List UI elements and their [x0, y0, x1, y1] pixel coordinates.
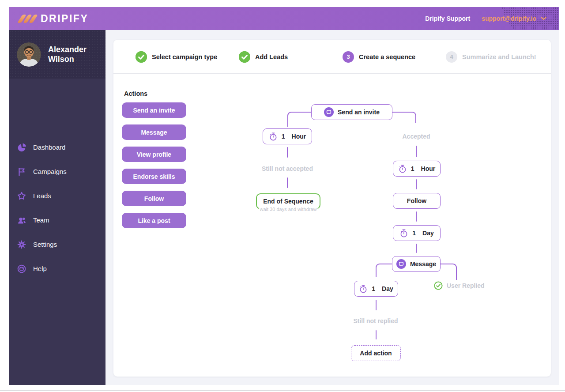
node-label: Add action	[360, 350, 392, 357]
node-label: Message	[410, 260, 436, 268]
connector-elbow	[392, 112, 416, 123]
step-label: Summarize and Launch!	[462, 53, 536, 60]
help-agent-icon	[17, 264, 26, 274]
branch-label-still-not-accepted: Still not accepted	[243, 165, 331, 172]
user-profile-card[interactable]: Alexander Wilson	[9, 30, 105, 79]
stopwatch-icon	[398, 164, 407, 173]
step-select-campaign-type[interactable]: Select campaign type	[136, 40, 217, 74]
flow-node-send-an-invite[interactable]: Send an invite	[311, 104, 392, 120]
avatar	[17, 42, 41, 67]
node-label: Follow	[407, 197, 426, 204]
stopwatch-icon	[359, 284, 368, 294]
flow-node-wait-1-day-right[interactable]: 1 Day	[393, 225, 441, 241]
outcome-user-replied: User Replied	[434, 281, 485, 290]
dashboard-pie-icon	[17, 143, 26, 152]
sidebar-item-settings[interactable]: Settings	[9, 232, 105, 256]
window-bottom-edge	[0, 390, 565, 391]
connector-elbow	[441, 264, 457, 280]
check-icon	[239, 51, 250, 63]
flow-node-wait-1-day-after-message[interactable]: 1 Day	[354, 281, 398, 297]
action-message-button[interactable]: Message	[122, 124, 186, 140]
step-add-leads[interactable]: Add Leads	[239, 40, 288, 74]
sidebar-item-label: Campaigns	[33, 168, 67, 175]
sidebar-item-team[interactable]: Team	[9, 208, 105, 232]
action-send-invite-button[interactable]: Send an invite	[122, 102, 186, 118]
flow-node-wait-1-hour-right[interactable]: 1 Hour	[393, 161, 441, 177]
step-summarize-launch[interactable]: 4 Summarize and Launch!	[446, 40, 536, 74]
action-endorse-skills-button[interactable]: Endorse skills	[122, 169, 186, 184]
message-bubble-icon	[396, 259, 406, 269]
check-icon	[136, 51, 147, 63]
outcome-label: User Replied	[447, 282, 485, 289]
sidebar-item-label: Dashboard	[33, 143, 65, 151]
logo-wordmark: DRIPIFY	[41, 13, 88, 25]
connector-line	[287, 147, 288, 158]
flag-icon	[17, 167, 26, 177]
flow-node-add-action[interactable]: Add action	[351, 345, 401, 361]
sidebar-item-campaigns[interactable]: Campaigns	[9, 159, 105, 184]
flow-node-message[interactable]: Message	[392, 256, 441, 272]
actions-panel-title: Actions	[124, 90, 147, 97]
sidebar-nav: Dashboard Campaigns Leads	[9, 79, 105, 281]
step-number-badge: 4	[446, 51, 457, 63]
sidebar-item-dashboard[interactable]: Dashboard	[9, 135, 105, 159]
wait-unit: Hour	[421, 165, 436, 172]
connector-line	[416, 244, 417, 253]
stopwatch-icon	[269, 132, 278, 141]
connector-line	[416, 146, 417, 157]
wait-value: 1	[411, 165, 414, 172]
action-view-profile-button[interactable]: View profile	[122, 147, 186, 162]
end-of-sequence-note: wait 30 days and withdraw	[259, 207, 317, 212]
flow-node-end-of-sequence[interactable]: End of Sequence wait 30 days and withdra…	[256, 193, 320, 209]
wait-value: 1	[372, 285, 375, 292]
top-bar-right: Dripify Support support@dripify.io	[425, 15, 546, 22]
sidebar-item-label: Team	[33, 216, 49, 224]
top-bar: DRIPIFY Dripify Support support@dripify.…	[9, 7, 559, 30]
connector-line	[416, 211, 417, 222]
step-label: Select campaign type	[152, 53, 217, 60]
chevron-down-icon	[541, 17, 546, 20]
sidebar-item-label: Settings	[33, 241, 57, 248]
sidebar-item-leads[interactable]: Leads	[9, 184, 105, 208]
action-like-a-post-button[interactable]: Like a post	[122, 213, 186, 228]
sidebar: Alexander Wilson Dashboard	[9, 30, 105, 385]
support-name-label[interactable]: Dripify Support	[425, 15, 470, 22]
wait-unit: Day	[422, 230, 434, 237]
action-follow-button[interactable]: Follow	[122, 191, 186, 206]
user-name: Alexander Wilson	[48, 45, 97, 64]
sidebar-item-label: Help	[33, 265, 47, 272]
node-label: Send an invite	[338, 109, 380, 116]
main-area: Select campaign type Add Leads 3 Create …	[105, 30, 559, 385]
message-bubble-icon	[324, 107, 334, 117]
triple-slash-logo-icon	[20, 15, 35, 23]
branch-label-accepted: Accepted	[372, 133, 460, 140]
wait-unit: Hour	[292, 133, 306, 140]
connector-elbow	[376, 264, 392, 277]
node-label: End of Sequence	[263, 198, 313, 205]
flow-node-follow[interactable]: Follow	[393, 193, 441, 209]
connector-line	[416, 179, 417, 189]
wait-value: 1	[282, 133, 285, 140]
connector-elbow	[287, 112, 311, 127]
gear-icon	[17, 240, 26, 249]
account-menu[interactable]: support@dripify.io	[482, 15, 546, 22]
step-label: Create a sequence	[359, 53, 415, 60]
step-label: Add Leads	[255, 53, 288, 60]
campaign-wizard-card: Select campaign type Add Leads 3 Create …	[113, 40, 551, 377]
star-icon	[17, 191, 26, 201]
sidebar-item-label: Leads	[33, 192, 51, 200]
dripify-app: DRIPIFY Dripify Support support@dripify.…	[0, 0, 565, 392]
wizard-stepper: Select campaign type Add Leads 3 Create …	[113, 40, 551, 74]
flow-node-wait-1-hour-left[interactable]: 1 Hour	[263, 128, 312, 144]
step-create-sequence[interactable]: 3 Create a sequence	[343, 40, 415, 74]
step-number-badge: 3	[343, 51, 354, 63]
dripify-logo: DRIPIFY	[20, 13, 88, 25]
connector-line	[287, 177, 288, 188]
wait-unit: Day	[382, 285, 393, 292]
wait-value: 1	[412, 230, 416, 237]
branch-label-still-not-replied: Still not replied	[331, 317, 420, 324]
sidebar-item-help[interactable]: Help	[9, 256, 105, 281]
team-icon	[17, 215, 26, 225]
stopwatch-icon	[399, 229, 408, 238]
connector-line	[376, 330, 377, 339]
